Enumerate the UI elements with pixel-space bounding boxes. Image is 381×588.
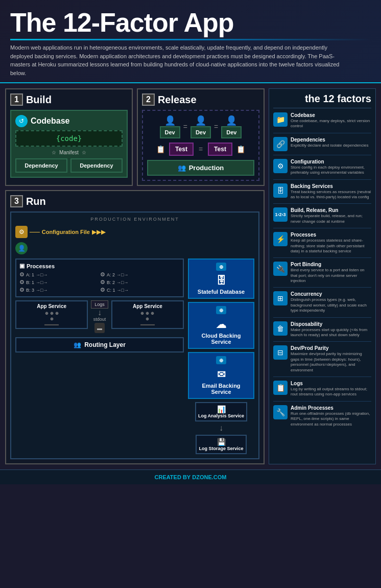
manifest-row: ☆ Manifest ☆ [15,150,123,155]
production-icon: 👥 [178,164,186,172]
log-analysis-icon: 📊 [198,405,244,413]
factor-icon-12: 🔧 [273,405,288,419]
factor-2: 🔗 Dependencies Explicitly declare and is… [273,137,371,155]
log-services-col: 📊 Log Analysis Service ↓ 💾 Log Storage S… [188,402,254,454]
factor-name-6: Processes [291,232,371,238]
factor-icon-9: 🗑 [273,321,288,336]
user-icon-row: 👤 [15,242,254,254]
factor-text-8: Concurrency Distinguish process types (e… [291,291,371,313]
footer: CREATED BY DZONE.COM [0,469,381,484]
factor-name-9: Disposability [291,321,371,327]
process-b2: ⚙ B: 2 →□→ [100,279,180,286]
factor-icon-6: ⚡ [273,232,288,246]
app-service-box-1: App Service ⊕⊕⊕ ⊕ ▬▬▬▬ [15,300,88,329]
factor-name-10: Dev/Prod Parity [291,345,371,351]
dev-1: 👤 Dev [160,115,180,138]
release-num: 2 [142,93,155,106]
dev-row: 👤 Dev = 👤 Dev = [147,115,254,138]
build-num: 1 [10,93,23,106]
factor-desc-7: Bind every service to a port and listen … [291,268,371,284]
routing-icon: 👥 [74,341,81,348]
header-description: Modern web applications run in heterogen… [10,43,347,77]
app-service-label-2: App Service [114,303,181,309]
stateful-db-label: Stateful Database [198,289,245,295]
factor-icon-4: 🗄 [273,183,288,198]
processes-icon: ▣ [19,263,25,269]
run-left: ▣ Processes ⚙ A: 1 →□→ ⚙ [15,258,184,454]
production-label: Production [189,164,224,172]
build-release-row: 1 Build ↺ Codebase {code} ☆ Manifest ☆ [5,88,265,186]
equals-1: = [183,123,187,131]
db-icon: 🗄 [216,275,226,287]
cloud-connect-icon: ⊕ [216,306,226,314]
factor-desc-3: Store config in each deploy environment,… [291,165,371,176]
app-service-icons-1: ⊕⊕⊕ [18,311,85,316]
left-column: 1 Build ↺ Codebase {code} ☆ Manifest ☆ [5,88,265,464]
process-c1: ⚙ C: 1 →□→ [100,287,180,293]
factor-icon-8: ⊞ [273,291,288,305]
main-content: 1 Build ↺ Codebase {code} ☆ Manifest ☆ [0,83,381,469]
app-service-detail-1: ▬▬▬▬ [18,322,85,326]
factor-4: 🗄 Backing Services Treat backing service… [273,183,371,204]
factor-11: 📋 Logs Log by writing all output streams… [273,381,371,402]
log-analysis-box: 📊 Log Analysis Service [195,402,247,421]
app-service-sub-1: ⊕ [18,317,85,321]
factor-desc-4: Treat backing services as resources (neu… [291,190,371,200]
production-env: PRODUCTION ENVIRONMENT ⚙ ── Configuratio… [10,211,259,459]
codebase-header: ↺ Codebase [15,115,123,127]
factor-icon-1: 📁 [273,112,288,127]
app-service-box-2: App Service ⊕⊕⊕ ⊕ ▬▬▬▬ [111,300,184,329]
equals-test: = [199,145,203,153]
codebase-title: Codebase [31,116,69,126]
factor-text-12: Admin Processes Run one-off/admin proces… [291,405,371,427]
build-section: 1 Build ↺ Codebase {code} ☆ Manifest ☆ [5,88,133,186]
run-num: 3 [10,195,23,207]
factor-10: ⊟ Dev/Prod Parity Maximize dev/prod pari… [273,345,371,377]
factor-7: 🔌 Port Binding Bind every service to a p… [273,262,371,288]
factor-6: ⚡ Processes Keep all processes stateless… [273,232,371,258]
stdout-icon: ▬ [94,323,105,333]
factor-icon-7: 🔌 [273,262,288,276]
email-icon: ✉ [217,368,226,381]
factor-desc-9: Make processes start up quickly (<4s fro… [291,327,371,338]
factor-name-11: Logs [291,381,371,386]
test-icon-2: 📋 [236,145,245,153]
page-title: The 12-Factor App [10,9,371,36]
log-arrow: ↓ [219,424,223,433]
factor-name-3: Configuration [291,159,371,164]
processes-label: Processes [27,263,55,269]
factors-title: the 12 factors [273,93,371,108]
factor-text-10: Dev/Prod Parity Maximize dev/prod parity… [291,345,371,373]
factor-desc-6: Keep all processes stateless and share-n… [291,238,371,254]
factor-text-2: Dependencies Explicitly declare and isol… [291,137,369,148]
factor-name-8: Concurrency [291,291,371,297]
factor-name-5: Build, Release, Run [291,207,371,213]
footer-label: CREATED BY [155,474,191,480]
stdout-arrow: ↓ [98,309,102,317]
db-connect-icon: ⊕ [216,263,226,271]
equals-2: = [214,123,218,131]
dev-box-1: Dev [160,126,180,138]
dev-box-2: Dev [190,126,211,138]
config-file-row: ⚙ ── Configuration File ▶▶▶ [15,226,254,238]
manifest-arrow-right: ☆ [82,150,86,155]
factor-icon-10: ⊟ [273,345,288,360]
factor-text-1: Codebase One codebase, many deploys, str… [291,112,371,129]
dep-row: Dependency Dependency [15,158,123,173]
code-label: {code} [56,134,82,143]
app-service-detail-2: ▬▬▬▬ [114,322,181,326]
processes-title: ▣ Processes [19,263,180,269]
config-arrows: ▶▶▶ [92,228,106,236]
factor-12: 🔧 Admin Processes Run one-off/admin proc… [273,405,371,431]
factor-name-2: Dependencies [291,137,369,143]
factor-text-9: Disposability Make processes start up qu… [291,321,371,338]
factor-text-7: Port Binding Bind every service to a por… [291,262,371,284]
email-backing-box: ⊕ ✉ Email Backing Service [188,352,254,399]
config-arrow-left: ── [30,228,40,236]
build-label: 1 Build [10,93,128,106]
email-connect-icon: ⊕ [216,356,226,364]
prod-env-label: PRODUCTION ENVIRONMENT [15,217,254,222]
factor-9: 🗑 Disposability Make processes start up … [273,321,371,342]
dep-box-1: Dependency [15,158,67,173]
process-b1: ⚙ B: 1 →□→ [19,279,99,286]
